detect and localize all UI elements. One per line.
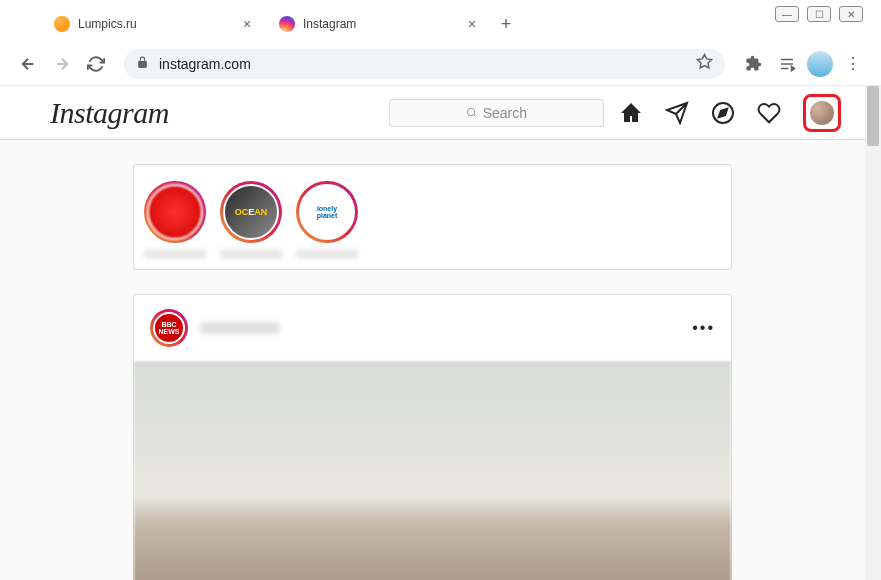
search-placeholder: Search — [483, 105, 527, 121]
profile-avatar-button[interactable] — [810, 101, 834, 125]
window-maximize-button[interactable]: ☐ — [807, 6, 831, 22]
post-image[interactable] — [134, 361, 731, 580]
story-username — [220, 249, 282, 259]
search-icon — [466, 107, 477, 118]
story-username — [296, 249, 358, 259]
activity-heart-icon[interactable] — [757, 101, 781, 125]
story-item[interactable]: OCEAN — [220, 181, 282, 259]
svg-marker-8 — [719, 108, 727, 116]
stories-tray: OCEAN lonelyplanet — [133, 164, 732, 270]
extensions-icon[interactable] — [739, 50, 767, 78]
media-control-icon[interactable] — [773, 50, 801, 78]
window-controls: — ☐ ✕ — [775, 6, 863, 22]
profile-button-highlight — [803, 94, 841, 132]
browser-toolbar: instagram.com ⋮ — [0, 42, 881, 86]
window-minimize-button[interactable]: — — [775, 6, 799, 22]
instagram-nav — [619, 94, 841, 132]
feed: OCEAN lonelyplanet BBCNEWS ••• — [133, 164, 748, 580]
reload-button[interactable] — [82, 50, 110, 78]
tab-title: Instagram — [303, 17, 464, 31]
window-close-button[interactable]: ✕ — [839, 6, 863, 22]
svg-marker-4 — [792, 66, 795, 71]
tab-title: Lumpics.ru — [78, 17, 239, 31]
story-avatar: lonelyplanet — [299, 184, 355, 240]
forward-button[interactable] — [48, 50, 76, 78]
story-avatar: OCEAN — [223, 184, 279, 240]
post-username[interactable] — [200, 322, 280, 334]
tab-close-button[interactable]: × — [239, 16, 255, 32]
home-icon[interactable] — [619, 101, 643, 125]
story-ring-icon — [144, 181, 206, 243]
url-text: instagram.com — [159, 56, 696, 72]
new-tab-button[interactable]: + — [492, 10, 520, 38]
chrome-profile-button[interactable] — [807, 51, 833, 77]
instagram-header: Instagram Search — [0, 86, 881, 140]
post-card: BBCNEWS ••• — [133, 294, 732, 580]
favicon-icon — [279, 16, 295, 32]
messages-icon[interactable] — [665, 101, 689, 125]
svg-line-6 — [473, 115, 475, 117]
story-ring-icon: lonelyplanet — [296, 181, 358, 243]
tab-strip: Lumpics.ru × Instagram × + — [0, 0, 881, 42]
lock-icon — [136, 55, 149, 73]
story-item[interactable] — [144, 181, 206, 259]
svg-marker-0 — [697, 54, 711, 67]
tab-lumpics[interactable]: Lumpics.ru × — [42, 7, 267, 41]
favicon-icon — [54, 16, 70, 32]
post-header: BBCNEWS ••• — [134, 295, 731, 361]
story-item[interactable]: lonelyplanet — [296, 181, 358, 259]
story-ring-icon: BBCNEWS — [150, 309, 188, 347]
post-more-button[interactable]: ••• — [692, 319, 715, 337]
bookmark-star-icon[interactable] — [696, 53, 713, 74]
story-username — [144, 249, 206, 259]
tab-close-button[interactable]: × — [464, 16, 480, 32]
page-content: Instagram Search — [0, 86, 881, 580]
instagram-logo[interactable]: Instagram — [50, 96, 169, 130]
back-button[interactable] — [14, 50, 42, 78]
scrollbar[interactable] — [865, 86, 881, 580]
tab-instagram[interactable]: Instagram × — [267, 7, 492, 41]
scrollbar-thumb[interactable] — [867, 86, 879, 146]
svg-point-5 — [467, 108, 474, 115]
chrome-menu-button[interactable]: ⋮ — [839, 50, 867, 78]
post-author-avatar[interactable]: BBCNEWS — [153, 312, 185, 344]
search-input[interactable]: Search — [389, 99, 604, 127]
story-avatar — [147, 184, 203, 240]
address-bar[interactable]: instagram.com — [124, 49, 725, 79]
story-ring-icon: OCEAN — [220, 181, 282, 243]
explore-icon[interactable] — [711, 101, 735, 125]
